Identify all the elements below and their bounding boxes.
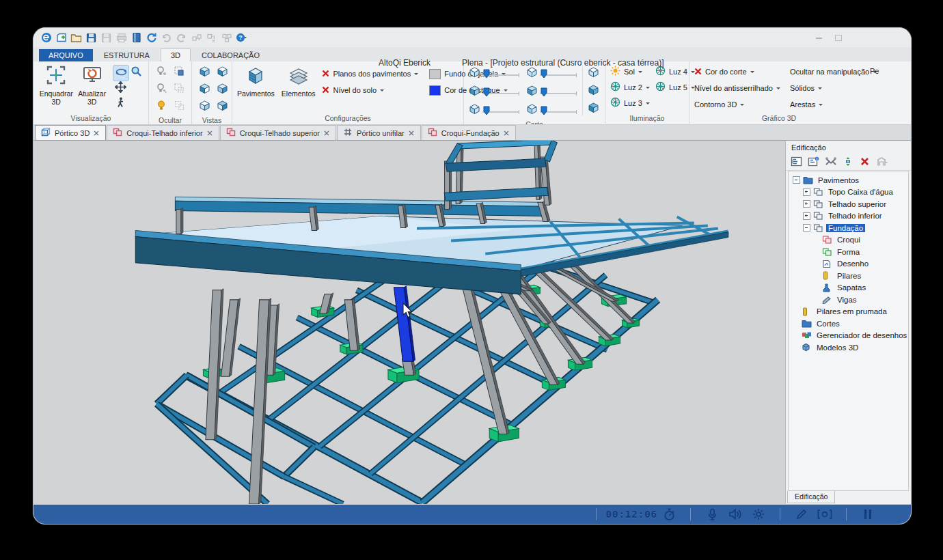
close-tab-icon[interactable] [94, 129, 99, 137]
contorno-3d-dropdown[interactable]: Contorno 3D [694, 98, 780, 111]
open-folder-icon[interactable] [70, 32, 82, 44]
cut-plane-slider[interactable] [540, 87, 577, 97]
walk-tool-button[interactable] [113, 96, 128, 111]
cut-plane-slider[interactable] [482, 87, 519, 97]
edificacao-bottom-tab[interactable]: Edificação [787, 491, 835, 503]
expand-icon[interactable] [803, 200, 810, 208]
module-c-icon[interactable] [221, 32, 232, 44]
slider-handle[interactable] [540, 106, 548, 115]
nivel-solo-dropdown[interactable]: Nível do solo [322, 83, 418, 97]
save-icon[interactable] [85, 32, 97, 44]
tree-item-cortes[interactable]: Cortes [789, 318, 908, 330]
expand-icon[interactable] [803, 212, 810, 220]
orbit-tool-button[interactable] [113, 65, 129, 81]
enquadrar-3d-button[interactable]: Enquadrar 3D [38, 65, 74, 106]
undo-icon[interactable] [161, 32, 172, 44]
tree-item-croqui[interactable]: Croqui [789, 234, 908, 247]
tree-item-telhado-superior[interactable]: Telhado superior [789, 198, 908, 210]
view-cube-icon[interactable] [217, 66, 228, 80]
elementos-button[interactable]: Elementos [282, 65, 316, 98]
ocultar-manipulacao-dropdown[interactable]: Ocultar na manipulação [790, 65, 877, 79]
view-cube-icon[interactable] [199, 83, 210, 97]
luz2-dropdown[interactable]: Luz 2 [610, 81, 650, 94]
collapse-icon[interactable] [803, 224, 810, 232]
gear-icon[interactable] [751, 507, 766, 522]
tree-item-telhado-inferior[interactable]: Telhado inferior [789, 210, 908, 223]
move-pavement-icon[interactable] [841, 155, 854, 167]
show-all-bulb-button[interactable] [156, 100, 167, 114]
tab-3d[interactable]: 3D [161, 48, 191, 61]
zoom-tool-button[interactable] [128, 65, 144, 80]
solidos-dropdown[interactable]: Sólidos [790, 81, 877, 95]
slider-handle[interactable] [482, 87, 491, 97]
tree-view-icon[interactable] [790, 155, 803, 167]
close-tab-icon[interactable] [207, 129, 213, 137]
tab-estrutura[interactable]: ESTRUTURA [94, 49, 159, 61]
close-tab-icon[interactable] [504, 129, 509, 137]
close-tab-icon[interactable] [409, 129, 414, 137]
atualizar-3d-button[interactable]: Atualizar 3D [74, 65, 111, 106]
tree-info-icon[interactable]: i [807, 155, 820, 167]
hide-bulb-group-button[interactable] [156, 83, 167, 97]
luz3-dropdown[interactable]: Luz 3 [610, 96, 650, 110]
pause-icon[interactable] [860, 507, 875, 522]
slider-handle[interactable] [482, 106, 491, 115]
tree-item-topo-caixa-d-gua[interactable]: Topo Caixa d'água [789, 186, 908, 199]
close-tab-icon[interactable] [324, 129, 329, 137]
slider-handle[interactable] [540, 69, 548, 79]
maximize-icon[interactable] [834, 33, 843, 42]
arestas-dropdown[interactable]: Arestas [790, 98, 877, 111]
doc-tab-p-rtico-3d[interactable]: Pórtico 3D [35, 125, 106, 140]
tree-item-pilares[interactable]: Pilares [789, 270, 908, 282]
planos-pavimentos-dropdown[interactable]: Planos dos pavimentos [322, 67, 418, 81]
viewport-3d[interactable] [33, 141, 785, 504]
tree-item-pavimentos[interactable]: Pavimentos [789, 174, 908, 186]
collapse-icon[interactable] [793, 176, 800, 184]
view-cube-icon[interactable] [199, 66, 210, 80]
hide-bulb-shapes-button[interactable] [156, 66, 167, 80]
pencil-icon[interactable] [794, 507, 809, 522]
section-mode-cube-icon[interactable] [588, 84, 599, 98]
isolate-selection-button[interactable] [174, 66, 185, 80]
tab-arquivo[interactable]: ARQUIVO [39, 49, 93, 61]
redo-icon[interactable] [176, 32, 187, 44]
slider-handle[interactable] [482, 69, 491, 79]
app-logo-icon[interactable] [40, 32, 52, 44]
pan-tool-button[interactable] [113, 81, 128, 96]
pavimentos-button[interactable]: Pavimentos [237, 65, 275, 98]
tree-item-desenho[interactable]: Desenho [789, 258, 908, 270]
cut-plane-slider[interactable] [540, 106, 577, 115]
expand-icon[interactable] [803, 188, 810, 196]
delete-red-icon[interactable] [858, 155, 871, 167]
restore-hidden-button[interactable] [174, 100, 185, 114]
save-all-icon[interactable] [100, 32, 112, 44]
tab-colaboracao[interactable]: COLABORAÇÃO [192, 49, 269, 61]
view-cube-icon[interactable] [217, 100, 228, 114]
speaker-icon[interactable] [728, 507, 743, 522]
doc-tab-croqui-telhado-inferior[interactable]: Croqui-Telhado inferior [107, 125, 219, 140]
section-mode-cube-icon[interactable] [588, 66, 599, 81]
doc-tab-p-rtico-unifilar[interactable]: Pórtico unifilar [337, 125, 421, 140]
tree-item-pilares-em-prumada[interactable]: Pilares em prumada [789, 306, 908, 318]
tools-icon[interactable] [824, 155, 837, 167]
tree-item-forma[interactable]: Forma [789, 246, 908, 258]
minimize-icon[interactable] [815, 33, 823, 42]
microphone-icon[interactable] [705, 507, 720, 522]
cut-plane-slider[interactable] [540, 69, 577, 79]
notebook-icon[interactable] [131, 32, 142, 44]
view-cube-icon[interactable] [217, 83, 228, 97]
refresh-g-icon[interactable] [146, 32, 157, 44]
view-cube-icon[interactable] [199, 100, 210, 114]
new-file-icon[interactable] [55, 32, 67, 44]
tree-item-gerenciador-de-desenhos[interactable]: Gerenciador de desenhos [789, 330, 908, 342]
tree-item-vigas[interactable]: Vigas [789, 294, 908, 306]
cut-plane-slider[interactable] [482, 69, 519, 79]
cor-corte-dropdown[interactable]: Cor do corte [694, 65, 780, 79]
doc-tab-croqui-funda-o[interactable]: Croqui-Fundação [422, 125, 516, 140]
camera-icon[interactable] [817, 507, 832, 522]
slider-handle[interactable] [540, 87, 548, 97]
hide-others-button[interactable] [174, 83, 185, 97]
tree-item-sapatas[interactable]: Sapatas [789, 282, 908, 294]
help-icon[interactable]: ? [236, 32, 247, 44]
doc-tab-croqui-telhado-superior[interactable]: Croqui-Telhado superior [220, 125, 336, 140]
